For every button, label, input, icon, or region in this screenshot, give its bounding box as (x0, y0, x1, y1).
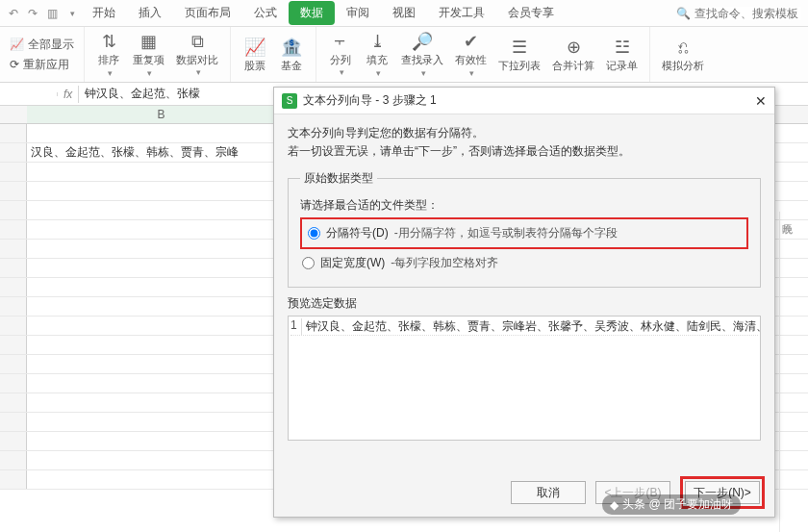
sort-button[interactable]: ⇅排序 (90, 29, 127, 79)
tab-formula[interactable]: 公式 (242, 1, 289, 25)
preview-section: 预览选定数据 1 钟汉良、金起范、张檬、韩栋、贾青、宗峰岩、张馨予、吴秀波、林永… (288, 295, 761, 441)
fund-button[interactable]: 🏦基金 (273, 35, 310, 73)
compare-icon: ⧉ (191, 32, 204, 52)
dialog-desc-1: 文本分列向导判定您的数据有分隔符。 (288, 124, 761, 142)
simulation-button[interactable]: ⎌模拟分析 (656, 36, 710, 73)
text-to-columns-dialog: S 文本分列向导 - 3 步骤之 1 ✕ 文本分列向导判定您的数据有分隔符。 若… (273, 87, 775, 518)
fx-icon[interactable]: fx (58, 86, 79, 103)
original-data-type-group: 原始数据类型 请选择最合适的文件类型： 分隔符号(D) -用分隔字符，如逗号或制… (288, 170, 761, 287)
ribbon: 📈全部显示 ⟳重新应用 ⇅排序 ▦重复项 ⧉数据对比 📈股票 🏦基金 ⫟分列 ⤓… (0, 27, 808, 83)
fill-icon: ⤓ (370, 31, 385, 52)
name-box[interactable] (0, 92, 58, 96)
find-icon: 🔎 (412, 31, 433, 52)
tab-dev[interactable]: 开发工具 (427, 1, 496, 25)
record-icon: ☳ (615, 37, 630, 58)
sort-icon: ⇅ (102, 31, 116, 52)
cell-b2[interactable]: 汉良、金起范、张檬、韩栋、贾青、宗峰 (27, 143, 296, 162)
group-legend: 原始数据类型 (300, 170, 377, 187)
preview-row: 1 钟汉良、金起范、张檬、韩栋、贾青、宗峰岩、张馨予、吴秀波、林永健、陆剑民、海… (290, 318, 758, 336)
undo-icon[interactable]: ↶ (4, 4, 23, 23)
funnel-icon: 📈 (10, 38, 24, 51)
consolidate-button[interactable]: ⊕合并计算 (546, 35, 600, 73)
preview-row-num: 1 (290, 318, 302, 335)
delimited-radio[interactable] (308, 227, 320, 240)
tab-home[interactable]: 开始 (81, 1, 127, 25)
find-input-button[interactable]: 🔎查找录入 (395, 29, 449, 79)
ribbon-tabs: ↶ ↷ ▥ 开始 插入 页面布局 公式 数据 审阅 视图 开发工具 会员专享 🔍 (0, 0, 808, 27)
save-icon[interactable]: ▥ (42, 4, 62, 23)
app-logo-icon: S (282, 93, 297, 109)
split-icon: ⫟ (332, 32, 349, 52)
close-icon[interactable]: ✕ (755, 93, 767, 109)
tab-insert[interactable]: 插入 (127, 1, 173, 25)
preview-box[interactable]: 1 钟汉良、金起范、张檬、韩栋、贾青、宗峰岩、张馨予、吴秀波、林永健、陆剑民、海… (288, 316, 761, 441)
fixed-width-label: 固定宽度(W) (320, 255, 385, 271)
preview-row-text: 钟汉良、金起范、张檬、韩栋、贾青、宗峰岩、张馨予、吴秀波、林永健、陆剑民、海清、 (302, 318, 761, 335)
fill-button[interactable]: ⤓填充 (359, 29, 395, 79)
simulation-icon: ⎌ (678, 38, 689, 58)
search-icon: 🔍 (676, 7, 691, 20)
delimited-desc: -用分隔字符，如逗号或制表符分隔每个字段 (394, 225, 618, 241)
fund-icon: 🏦 (281, 37, 302, 58)
watermark: ◆ 头条 @ 团子要加油呀 (602, 494, 741, 515)
refresh-icon: ⟳ (10, 58, 19, 71)
validity-icon: ✔ (464, 31, 478, 52)
search-input[interactable] (694, 7, 800, 20)
dropdown-list-button[interactable]: ☰下拉列表 (492, 35, 546, 73)
highlight-box: 分隔符号(D) -用分隔字符，如逗号或制表符分隔每个字段 (300, 217, 748, 249)
stock-button[interactable]: 📈股票 (237, 35, 273, 73)
data-compare-button[interactable]: ⧉数据对比 (170, 30, 224, 79)
dialog-title: 文本分列向导 - 3 步骤之 1 (303, 92, 437, 109)
tab-review[interactable]: 审阅 (335, 1, 381, 25)
fixed-width-radio[interactable] (302, 257, 315, 269)
show-all-button[interactable]: 📈全部显示 (6, 36, 78, 54)
record-form-button[interactable]: ☳记录单 (600, 35, 644, 73)
right-pane: 晚辰 (779, 212, 808, 532)
cancel-button[interactable]: 取消 (511, 481, 586, 504)
file-type-prompt: 请选择最合适的文件类型： (300, 196, 748, 215)
qa-more-icon[interactable] (62, 4, 81, 23)
fixed-width-desc: -每列字段加空格对齐 (391, 255, 498, 271)
reapply-button[interactable]: ⟳重新应用 (6, 56, 78, 74)
preview-label: 预览选定数据 (288, 295, 761, 312)
tab-layout[interactable]: 页面布局 (173, 1, 242, 25)
duplicate-icon: ▦ (140, 31, 157, 52)
dropdown-icon: ☰ (512, 37, 527, 58)
tab-vip[interactable]: 会员专享 (496, 1, 566, 25)
duplicates-button[interactable]: ▦重复项 (127, 29, 170, 79)
column-header-b[interactable]: B (27, 106, 296, 123)
consolidate-icon: ⊕ (567, 37, 581, 58)
redo-icon[interactable]: ↷ (23, 4, 42, 23)
stock-icon: 📈 (244, 37, 265, 58)
text-to-columns-button[interactable]: ⫟分列 (322, 30, 359, 79)
dialog-desc-2: 若一切设置无误，请单击“下一步”，否则请选择最合适的数据类型。 (288, 142, 761, 161)
tab-view[interactable]: 视图 (381, 1, 427, 25)
select-all-corner[interactable] (0, 106, 27, 123)
delimited-label: 分隔符号(D) (326, 225, 389, 241)
command-search[interactable]: 🔍 (676, 7, 808, 20)
validity-button[interactable]: ✔有效性 (449, 29, 492, 79)
tab-data[interactable]: 数据 (289, 1, 335, 25)
toutiao-icon: ◆ (610, 498, 619, 512)
